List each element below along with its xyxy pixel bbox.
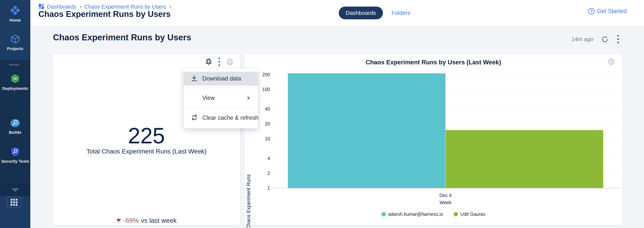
harness-home-icon: [10, 5, 20, 16]
download-icon: [191, 75, 197, 82]
x-category-label: Dec 4: [418, 193, 474, 198]
legend-dot-icon: [382, 212, 386, 216]
kpi-label: Total Chaos Experiment Runs (Last Week): [53, 148, 240, 155]
sidebar-item-label: Security Tests: [1, 159, 29, 164]
chart-legend: adarsh.kumar@harness.ioUdit Gaurav: [244, 211, 622, 217]
menu-item-view[interactable]: View: [184, 88, 258, 108]
triangle-down-icon: [116, 219, 121, 222]
chart-tile: Chaos Experiment Runs by Users (Last Wee…: [244, 54, 622, 225]
x-axis-line: [271, 188, 622, 188]
cube-icon: [10, 34, 20, 45]
tile-context-menu: Download data View Clear cache & refresh: [184, 69, 258, 128]
chevron-down-icon: [11, 188, 19, 192]
alert-bell-icon[interactable]: [205, 58, 212, 66]
menu-item-download-data[interactable]: Download data: [184, 72, 258, 86]
dashboard-meta: 14m ago: [572, 34, 620, 44]
page-title: Chaos Experiment Runs by Users: [38, 9, 171, 19]
chevron-right-icon: [169, 5, 172, 8]
sidebar: Home Projects ∞ Deployments: [0, 0, 30, 228]
sidebar-item-deployments[interactable]: ∞ Deployments: [0, 74, 30, 91]
legend-item[interactable]: adarsh.kumar@harness.io: [382, 211, 443, 217]
menu-item-clear-cache-refresh[interactable]: Clear cache & refresh: [184, 108, 258, 128]
legend-item[interactable]: Udit Gaurav: [454, 211, 485, 217]
breadcrumb: Dashboards Chaos Experiment Runs by User…: [38, 3, 172, 10]
sidebar-item-label: Projects: [7, 46, 24, 51]
get-started-label: Get Started: [597, 8, 626, 15]
sidebar-item-home[interactable]: Home: [0, 5, 30, 23]
submenu-arrow-icon: [248, 96, 250, 100]
tile-kebab-menu-icon[interactable]: [218, 57, 221, 67]
legend-label: adarsh.kumar@harness.io: [388, 211, 443, 217]
bar-adarsh-kumar-harness-io[interactable]: [288, 73, 446, 188]
dashboard-kebab-menu-icon[interactable]: [616, 34, 620, 44]
sidebar-item-label: Home: [9, 18, 21, 23]
breadcrumb-link-current[interactable]: Chaos Experiment Runs by Users: [84, 4, 166, 10]
globe-icon[interactable]: [226, 58, 234, 66]
help-question-icon: ?: [588, 8, 594, 15]
y-tick-label: 2: [244, 170, 270, 176]
kpi-delta-row: -69% vs last week: [53, 217, 240, 224]
legend-label: Udit Gaurav: [460, 211, 485, 217]
tile-actions: [205, 57, 234, 67]
bar-chart: 200100402010421Dec 4Weekadarsh.kumar@har…: [244, 54, 622, 225]
refresh-icon[interactable]: [601, 36, 609, 43]
legend-dot-icon: [454, 212, 458, 216]
menu-item-label: View: [202, 94, 215, 101]
menu-item-label: Clear cache & refresh: [202, 115, 258, 121]
refresh-cycle-icon: [191, 114, 198, 122]
x-axis-title: Week: [418, 200, 474, 205]
app-root: Home Projects ∞ Deployments: [0, 0, 644, 228]
kpi-delta-suffix: vs last week: [141, 217, 177, 224]
grid-icon: [10, 199, 18, 206]
sidebar-item-label: Builds: [9, 130, 21, 135]
sidebar-item-projects[interactable]: Projects: [0, 34, 30, 51]
dashboards-grid-icon: [38, 3, 44, 10]
module-switcher-button[interactable]: [7, 197, 21, 208]
sidebar-item-security-tests[interactable]: Security Tests: [0, 147, 30, 164]
sidebar-item-label: Deployments: [2, 86, 28, 91]
y-tick-label: 10: [244, 136, 270, 142]
header-tabs: Dashboards Folders: [339, 7, 410, 19]
shield-icon: [10, 147, 20, 157]
deployments-hexagon-icon: ∞: [10, 74, 20, 84]
get-started-button[interactable]: ? Get Started: [588, 8, 626, 15]
top-bar: Dashboards Chaos Experiment Runs by User…: [30, 0, 644, 26]
chevron-right-icon: [79, 5, 82, 8]
dashboard-title: Chaos Experiment Runs by Users: [53, 32, 191, 42]
sidebar-resize-handle[interactable]: [9, 64, 20, 65]
svg-text:∞: ∞: [14, 76, 17, 81]
menu-item-label: Download data: [202, 75, 241, 82]
y-tick-label: 4: [244, 156, 270, 161]
breadcrumb-link-dashboards[interactable]: Dashboards: [47, 4, 76, 10]
last-refresh-time: 14m ago: [572, 36, 593, 42]
sidebar-item-builds[interactable]: Builds: [0, 119, 30, 135]
kpi-delta-value: -69%: [123, 217, 139, 224]
tab-dashboards[interactable]: Dashboards: [339, 7, 383, 19]
sidebar-collapse-strip[interactable]: [0, 184, 30, 196]
bar-udit-gaurav[interactable]: [446, 130, 603, 188]
y-tick-label: 1: [244, 185, 270, 191]
tab-folders[interactable]: Folders: [392, 10, 410, 16]
builds-icon: [10, 119, 20, 128]
